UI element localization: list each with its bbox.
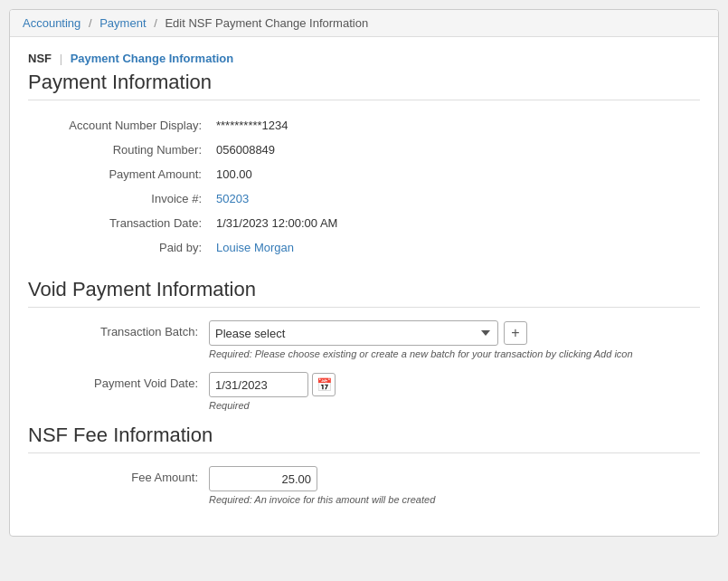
paid-by-label: Paid by: (28, 235, 209, 260)
breadcrumb-sep-1: / (89, 16, 92, 30)
void-date-label: Payment Void Date: (28, 372, 209, 390)
breadcrumb: Accounting / Payment / Edit NSF Payment … (10, 10, 718, 37)
void-payment-title: Void Payment Information (28, 278, 700, 308)
table-row: Invoice #: 50203 (28, 186, 700, 211)
batch-help-text: Required: Please choose existing or crea… (209, 348, 700, 359)
payment-amount-value: 100.00 (209, 162, 700, 186)
breadcrumb-sep-2: / (154, 16, 157, 30)
calendar-icon: 📅 (317, 377, 332, 392)
date-input-row: 📅 (209, 372, 700, 397)
select-row: Please select + (209, 320, 700, 346)
breadcrumb-accounting[interactable]: Accounting (23, 16, 80, 30)
payment-info-table: Account Number Display: **********1234 R… (28, 113, 700, 260)
invoice-label: Invoice #: (28, 186, 209, 211)
table-row: Routing Number: 056008849 (28, 138, 700, 162)
breadcrumb-payment[interactable]: Payment (99, 16, 146, 30)
nsf-fee-title: NSF Fee Information (28, 424, 700, 453)
routing-number-label: Routing Number: (28, 138, 209, 162)
void-date-wrap: 📅 Required (209, 372, 700, 411)
transaction-batch-label: Transaction Batch: (28, 320, 209, 338)
void-date-input[interactable] (209, 372, 308, 397)
transaction-batch-wrap: Please select + Required: Please choose … (209, 320, 700, 359)
fee-amount-row: Fee Amount: Required: An invoice for thi… (28, 466, 700, 505)
transaction-batch-select[interactable]: Please select (209, 320, 498, 346)
payment-info-section: Payment Information Account Number Displ… (28, 71, 700, 260)
fee-amount-wrap: Required: An invoice for this amount wil… (209, 466, 700, 505)
content-area: NSF | Payment Change Information Payment… (10, 37, 718, 536)
routing-number-value: 056008849 (209, 138, 700, 162)
paid-by-name: Louise Morgan (216, 241, 294, 254)
void-date-required: Required (209, 400, 700, 411)
transaction-date-value: 1/31/2023 12:00:00 AM (209, 211, 700, 235)
table-row: Paid by: Louise Morgan (28, 235, 700, 260)
payment-info-title: Payment Information (28, 71, 700, 100)
payment-amount-label: Payment Amount: (28, 162, 209, 186)
void-payment-section: Void Payment Information Transaction Bat… (28, 278, 700, 411)
transaction-date-label: Transaction Date: (28, 211, 209, 235)
add-batch-button[interactable]: + (504, 321, 527, 345)
table-row: Account Number Display: **********1234 (28, 113, 700, 138)
nsf-fee-section: NSF Fee Information Fee Amount: Required… (28, 424, 700, 505)
fee-amount-label: Fee Amount: (28, 466, 209, 484)
nsf-label: NSF (28, 52, 52, 65)
account-number-value: **********1234 (209, 113, 700, 138)
transaction-batch-row: Transaction Batch: Please select + Requi… (28, 320, 700, 359)
table-row: Payment Amount: 100.00 (28, 162, 700, 186)
main-window: Accounting / Payment / Edit NSF Payment … (9, 9, 719, 537)
invoice-value: 50203 (209, 186, 700, 211)
nsf-header: NSF | Payment Change Information (28, 52, 700, 65)
fee-amount-input[interactable] (209, 466, 317, 491)
fee-help-text: Required: An invoice for this amount wil… (209, 494, 700, 505)
void-date-row: Payment Void Date: 📅 Required (28, 372, 700, 411)
invoice-link[interactable]: 50203 (216, 192, 249, 205)
account-number-label: Account Number Display: (28, 113, 209, 138)
nsf-pipe: | (60, 52, 62, 65)
calendar-button[interactable]: 📅 (312, 373, 336, 396)
table-row: Transaction Date: 1/31/2023 12:00:00 AM (28, 211, 700, 235)
payment-change-link: Payment Change Information (71, 52, 234, 65)
paid-by-value: Louise Morgan (209, 235, 700, 260)
breadcrumb-current: Edit NSF Payment Change Information (165, 16, 368, 30)
